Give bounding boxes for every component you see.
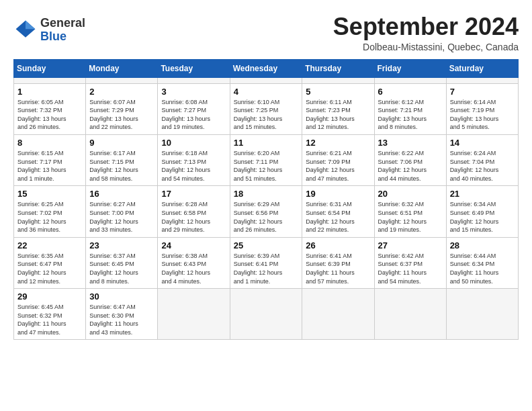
day-info: Sunrise: 6:12 AM Sunset: 7:21 PM Dayligh…	[378, 98, 443, 132]
calendar-cell	[302, 77, 374, 83]
day-info: Sunrise: 6:37 AM Sunset: 6:45 PM Dayligh…	[89, 252, 154, 285]
day-number: 17	[161, 189, 226, 199]
day-info: Sunrise: 6:17 AM Sunset: 7:15 PM Dayligh…	[89, 149, 154, 183]
calendar-cell: 20Sunrise: 6:32 AM Sunset: 6:51 PM Dayli…	[374, 186, 446, 237]
calendar-week-row: 29Sunrise: 6:45 AM Sunset: 6:32 PM Dayli…	[14, 289, 519, 340]
calendar-cell: 9Sunrise: 6:17 AM Sunset: 7:15 PM Daylig…	[86, 134, 158, 185]
day-number: 9	[89, 138, 154, 148]
calendar-cell: 14Sunrise: 6:24 AM Sunset: 7:04 PM Dayli…	[446, 134, 518, 185]
day-number: 22	[17, 240, 82, 250]
day-info: Sunrise: 6:18 AM Sunset: 7:13 PM Dayligh…	[161, 149, 226, 183]
day-number: 28	[450, 240, 515, 250]
day-info: Sunrise: 6:44 AM Sunset: 6:34 PM Dayligh…	[450, 252, 515, 285]
calendar-cell: 15Sunrise: 6:25 AM Sunset: 7:02 PM Dayli…	[14, 186, 86, 237]
logo-icon	[13, 18, 38, 42]
calendar-cell: 18Sunrise: 6:29 AM Sunset: 6:56 PM Dayli…	[230, 186, 302, 237]
day-number: 25	[234, 240, 299, 250]
calendar-cell	[158, 77, 230, 83]
calendar-cell: 4Sunrise: 6:10 AM Sunset: 7:25 PM Daylig…	[230, 83, 302, 134]
calendar-cell	[302, 289, 374, 340]
day-info: Sunrise: 6:08 AM Sunset: 7:27 PM Dayligh…	[161, 98, 226, 132]
calendar-cell: 12Sunrise: 6:21 AM Sunset: 7:09 PM Dayli…	[302, 134, 374, 185]
calendar-cell	[158, 289, 230, 340]
column-header-sunday: Sunday	[14, 59, 86, 77]
day-number: 26	[306, 240, 370, 250]
calendar-cell: 16Sunrise: 6:27 AM Sunset: 7:00 PM Dayli…	[86, 186, 158, 237]
day-info: Sunrise: 6:45 AM Sunset: 6:32 PM Dayligh…	[17, 303, 82, 336]
day-number: 5	[306, 87, 370, 97]
calendar-cell: 17Sunrise: 6:28 AM Sunset: 6:58 PM Dayli…	[158, 186, 230, 237]
calendar-week-row: 22Sunrise: 6:35 AM Sunset: 6:47 PM Dayli…	[14, 237, 519, 288]
day-info: Sunrise: 6:38 AM Sunset: 6:43 PM Dayligh…	[161, 252, 226, 285]
calendar-cell: 23Sunrise: 6:37 AM Sunset: 6:45 PM Dayli…	[86, 237, 158, 288]
day-info: Sunrise: 6:31 AM Sunset: 6:54 PM Dayligh…	[306, 200, 370, 234]
calendar-week-row	[14, 77, 519, 83]
day-number: 23	[89, 240, 154, 250]
day-info: Sunrise: 6:27 AM Sunset: 7:00 PM Dayligh…	[89, 200, 154, 234]
day-number: 12	[306, 138, 370, 148]
day-number: 29	[17, 291, 82, 302]
calendar-cell	[230, 77, 302, 83]
day-info: Sunrise: 6:34 AM Sunset: 6:49 PM Dayligh…	[450, 200, 515, 234]
day-info: Sunrise: 6:11 AM Sunset: 7:23 PM Dayligh…	[306, 98, 370, 132]
day-number: 10	[161, 138, 226, 148]
logo: General Blue	[13, 17, 85, 44]
day-info: Sunrise: 6:20 AM Sunset: 7:11 PM Dayligh…	[234, 149, 299, 183]
day-number: 27	[378, 240, 443, 250]
column-header-thursday: Thursday	[302, 59, 374, 77]
calendar-cell: 11Sunrise: 6:20 AM Sunset: 7:11 PM Dayli…	[230, 134, 302, 185]
calendar-cell: 6Sunrise: 6:12 AM Sunset: 7:21 PM Daylig…	[374, 83, 446, 134]
day-number: 24	[161, 240, 226, 250]
calendar-header-row: SundayMondayTuesdayWednesdayThursdayFrid…	[14, 59, 519, 77]
calendar-cell: 25Sunrise: 6:39 AM Sunset: 6:41 PM Dayli…	[230, 237, 302, 288]
day-info: Sunrise: 6:24 AM Sunset: 7:04 PM Dayligh…	[450, 149, 515, 183]
day-number: 16	[89, 189, 154, 199]
day-number: 6	[378, 87, 443, 97]
calendar-cell	[14, 77, 86, 83]
calendar-table: SundayMondayTuesdayWednesdayThursdayFrid…	[13, 59, 519, 340]
day-info: Sunrise: 6:07 AM Sunset: 7:29 PM Dayligh…	[89, 98, 154, 132]
day-number: 3	[161, 87, 226, 97]
day-info: Sunrise: 6:41 AM Sunset: 6:39 PM Dayligh…	[306, 252, 370, 285]
svg-marker-1	[26, 20, 35, 29]
calendar-cell: 30Sunrise: 6:47 AM Sunset: 6:30 PM Dayli…	[86, 289, 158, 340]
day-info: Sunrise: 6:47 AM Sunset: 6:30 PM Dayligh…	[89, 303, 154, 336]
location: Dolbeau-Mistassini, Quebec, Canada	[333, 42, 519, 52]
day-info: Sunrise: 6:21 AM Sunset: 7:09 PM Dayligh…	[306, 149, 370, 183]
calendar-cell: 22Sunrise: 6:35 AM Sunset: 6:47 PM Dayli…	[14, 237, 86, 288]
calendar-cell	[230, 289, 302, 340]
day-info: Sunrise: 6:22 AM Sunset: 7:06 PM Dayligh…	[378, 149, 443, 183]
day-info: Sunrise: 6:39 AM Sunset: 6:41 PM Dayligh…	[234, 252, 299, 285]
calendar-cell: 13Sunrise: 6:22 AM Sunset: 7:06 PM Dayli…	[374, 134, 446, 185]
calendar-cell: 1Sunrise: 6:05 AM Sunset: 7:32 PM Daylig…	[14, 83, 86, 134]
day-number: 14	[450, 138, 515, 148]
calendar-cell: 19Sunrise: 6:31 AM Sunset: 6:54 PM Dayli…	[302, 186, 374, 237]
calendar-cell	[374, 77, 446, 83]
day-info: Sunrise: 6:14 AM Sunset: 7:19 PM Dayligh…	[450, 98, 515, 132]
day-info: Sunrise: 6:05 AM Sunset: 7:32 PM Dayligh…	[17, 98, 82, 132]
day-info: Sunrise: 6:32 AM Sunset: 6:51 PM Dayligh…	[378, 200, 443, 234]
calendar-cell: 28Sunrise: 6:44 AM Sunset: 6:34 PM Dayli…	[446, 237, 518, 288]
column-header-tuesday: Tuesday	[158, 59, 230, 77]
logo-text: General Blue	[40, 17, 85, 44]
calendar-cell	[374, 289, 446, 340]
calendar-cell	[446, 77, 518, 83]
day-number: 2	[89, 87, 154, 97]
day-info: Sunrise: 6:15 AM Sunset: 7:17 PM Dayligh…	[17, 149, 82, 183]
title-block: September 2024 Dolbeau-Mistassini, Quebe…	[333, 13, 519, 52]
day-info: Sunrise: 6:35 AM Sunset: 6:47 PM Dayligh…	[17, 252, 82, 285]
calendar-cell: 3Sunrise: 6:08 AM Sunset: 7:27 PM Daylig…	[158, 83, 230, 134]
column-header-monday: Monday	[86, 59, 158, 77]
calendar-cell	[86, 77, 158, 83]
calendar-cell: 27Sunrise: 6:42 AM Sunset: 6:37 PM Dayli…	[374, 237, 446, 288]
day-number: 15	[17, 189, 82, 199]
logo-general: General	[40, 17, 85, 30]
day-number: 7	[450, 87, 515, 97]
column-header-saturday: Saturday	[446, 59, 518, 77]
day-number: 13	[378, 138, 443, 148]
day-number: 11	[234, 138, 299, 148]
day-number: 4	[234, 87, 299, 97]
calendar-week-row: 8Sunrise: 6:15 AM Sunset: 7:17 PM Daylig…	[14, 134, 519, 185]
day-info: Sunrise: 6:29 AM Sunset: 6:56 PM Dayligh…	[234, 200, 299, 234]
calendar-week-row: 15Sunrise: 6:25 AM Sunset: 7:02 PM Dayli…	[14, 186, 519, 237]
